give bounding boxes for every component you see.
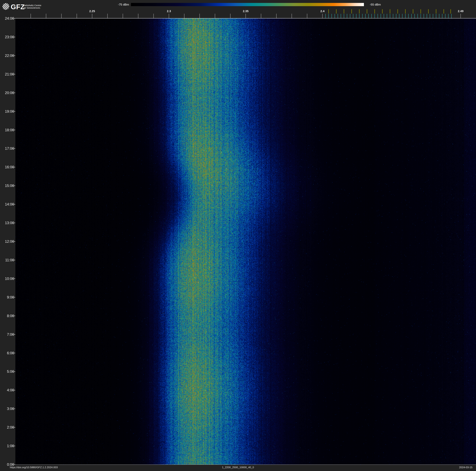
freq-tick-label: 2.4 xyxy=(321,10,324,13)
time-tick-label: 22:00 xyxy=(0,54,14,58)
time-tick-label: 23:00 xyxy=(0,35,14,39)
time-tick-label: 7:00 xyxy=(0,332,14,337)
time-tick-label: 10:00 xyxy=(0,276,14,281)
time-tick-label: 14:00 xyxy=(0,202,14,206)
time-tick-label: 17:00 xyxy=(0,146,14,151)
time-tick-label: 21:00 xyxy=(0,72,14,76)
time-tick-label: 20:00 xyxy=(0,91,14,95)
time-tick-label: 16:00 xyxy=(0,165,14,169)
time-tick-label: 11:00 xyxy=(0,258,14,262)
time-tick-label: 5:00 xyxy=(0,369,14,374)
freq-tick-label: 2.35 xyxy=(243,10,249,13)
time-tick-label: 18:00 xyxy=(0,128,14,132)
freq-tick-label: 2.49 xyxy=(458,10,464,13)
time-tick-label: 1:00 xyxy=(0,444,14,448)
footer-filename: 1_2200_2500_10000_40_0 xyxy=(222,466,254,469)
time-tick-label: 24:00 xyxy=(0,16,14,21)
time-tick-label: 3:00 xyxy=(0,407,14,411)
time-tick-label: 6:00 xyxy=(0,351,14,355)
footer-date: 2024-03-15 xyxy=(459,466,473,469)
footer-doi: https://doi.org/10.5880/GFZ.1.2.2024.003 xyxy=(10,466,58,469)
time-tick-label: 13:00 xyxy=(0,221,14,225)
spectrogram-canvas xyxy=(15,18,476,465)
time-tick-label: 8:00 xyxy=(0,314,14,318)
time-tick-label: 9:00 xyxy=(0,295,14,299)
time-tick-label: 15:00 xyxy=(0,183,14,188)
time-tick-label: 4:00 xyxy=(0,388,14,392)
time-tick-label: 2:00 xyxy=(0,425,14,430)
time-tick-label: 12:00 xyxy=(0,239,14,244)
time-tick-label: 19:00 xyxy=(0,109,14,114)
freq-tick-label: 2.25 xyxy=(89,10,95,13)
freq-tick-label: 2.3 xyxy=(167,10,171,13)
